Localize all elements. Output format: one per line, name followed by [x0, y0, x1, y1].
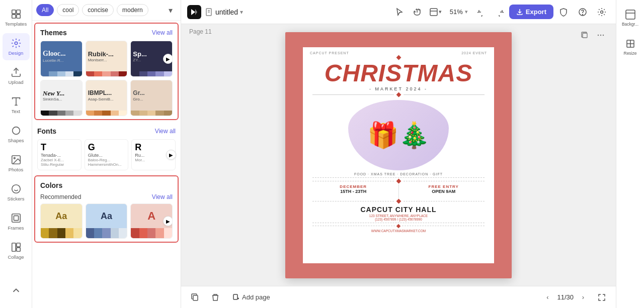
canvas-address: 123 STREET, ANYWHERE, ANYPLACE — [369, 214, 428, 218]
filter-tab-modern[interactable]: modern — [117, 4, 148, 16]
svg-rect-1 — [16, 10, 20, 14]
next-page-btn[interactable]: › — [577, 291, 590, 304]
canvas-inner: CAPCUT PRESENT 2024 EVENT CHRISTMAS - MA… — [303, 47, 494, 263]
colors-header: Colors — [40, 181, 173, 189]
zoom-chevron-icon: ▾ — [465, 9, 468, 15]
sidebar-item-design[interactable]: Design — [3, 33, 30, 60]
settings-icon-btn[interactable] — [594, 4, 610, 20]
export-btn[interactable]: Export — [509, 5, 553, 19]
main-area: untitled ▾ ▾ 51% — [181, 0, 616, 308]
prev-page-btn[interactable]: ‹ — [541, 291, 554, 304]
panel-content: Themes View all Glooc... Lucette-R... — [32, 21, 181, 308]
svg-point-27 — [601, 11, 603, 13]
sidebar-item-stickers[interactable]: Stickers — [3, 179, 30, 206]
svg-rect-33 — [233, 294, 237, 299]
theme-card-ibm[interactable]: IBMPL... Asap-SemiB... — [86, 80, 128, 116]
svg-point-8 — [12, 127, 20, 135]
theme-card-glooc[interactable]: Glooc... Lucette-R... — [40, 41, 83, 77]
app-logo[interactable] — [187, 5, 201, 19]
svg-point-10 — [14, 157, 15, 159]
sidebar-item-templates[interactable]: Templates — [3, 4, 30, 31]
colors-sub-header: Recommended View all — [40, 193, 173, 200]
fonts-viewall[interactable]: View all — [155, 128, 176, 135]
canvas-container: Page 11 CAPCUT PRESENT 2024 E — [181, 24, 616, 286]
copy-btn[interactable] — [187, 289, 203, 305]
svg-rect-36 — [626, 10, 635, 19]
design-canvas[interactable]: CAPCUT PRESENT 2024 EVENT CHRISTMAS - MA… — [285, 32, 512, 278]
canvas-tags: FOOD · XMAS TREE · DECORATION · GIFT — [354, 172, 443, 176]
font-card-tenada[interactable]: T Tenada-... Zacbel X-E... Stilu-Regular — [37, 139, 82, 170]
zoom-value: 51% — [450, 8, 463, 16]
themes-title: Themes — [40, 29, 67, 37]
theme-card-rubik[interactable]: Rubik-... Montserr... — [86, 41, 128, 77]
add-page-btn[interactable]: Add page — [227, 291, 275, 303]
page-more-btn[interactable] — [594, 28, 608, 42]
colors-section: Colors Recommended View all Aa — [34, 175, 179, 243]
top-bar: untitled ▾ ▾ 51% — [181, 0, 616, 24]
bottom-bar: Add page ‹ 11/30 › — [181, 286, 616, 308]
color-card-warm[interactable]: Aa — [40, 203, 83, 239]
svg-point-31 — [603, 35, 604, 36]
colors-grid: Aa Aa — [40, 203, 173, 239]
shield-icon-btn[interactable] — [555, 4, 572, 20]
view-options-btn[interactable]: ▾ — [428, 4, 444, 20]
font-card-ru[interactable]: R Ru... Mor... ▶ — [131, 139, 176, 170]
filter-tab-all[interactable]: All — [36, 4, 54, 16]
page-copy-btn[interactable] — [578, 28, 592, 42]
export-icon — [516, 9, 523, 16]
fit-page-btn[interactable] — [594, 289, 610, 305]
undo-btn[interactable] — [474, 4, 490, 20]
colors-next-btn[interactable]: ▶ — [163, 216, 173, 226]
svg-rect-32 — [193, 295, 198, 300]
themes-grid: Glooc... Lucette-R... Rubik-... Monts — [40, 41, 173, 116]
canvas-venue: CAPCUT CITY HALL — [360, 206, 436, 214]
canvas-phone: (123) 4567899 / (123) 45678990 — [375, 218, 422, 221]
left-sidebar: Templates Design Upload Text Shapes — [0, 0, 32, 308]
zoom-control[interactable]: 51% ▾ — [446, 6, 472, 18]
svg-point-26 — [583, 14, 583, 15]
sidebar-item-upload[interactable]: Upload — [3, 62, 30, 89]
svg-rect-2 — [12, 15, 15, 18]
sidebar-item-shapes[interactable]: Shapes — [3, 121, 30, 148]
fonts-title: Fonts — [37, 127, 56, 135]
color-card-cool[interactable]: Aa — [86, 203, 128, 239]
sidebar-item-text[interactable]: Text — [3, 91, 30, 119]
theme-card-gr[interactable]: Gr... Gro... — [130, 80, 173, 116]
right-sidebar-background[interactable]: Backgr... — [618, 4, 642, 31]
theme-card-newy[interactable]: New Y... SinkinSa... — [40, 80, 83, 116]
svg-point-4 — [15, 42, 18, 45]
sidebar-item-photos[interactable]: Photos — [3, 150, 30, 177]
sidebar-item-collage[interactable]: Collage — [3, 237, 30, 264]
colors-viewall[interactable]: View all — [152, 193, 173, 200]
fonts-header: Fonts View all — [37, 127, 176, 135]
canvas-website: WWW.CAPCUTXMASMARKET.COM — [371, 229, 426, 233]
fonts-next-btn[interactable]: ▶ — [166, 150, 176, 160]
help-icon-btn[interactable] — [575, 4, 591, 20]
sidebar-item-frames[interactable]: Frames — [3, 208, 30, 235]
themes-viewall[interactable]: View all — [152, 29, 173, 36]
filter-tabs: All cool concise modern ▾ — [32, 0, 181, 21]
theme-card-sp[interactable]: Sp... ZY... ▶ — [130, 41, 173, 77]
color-card-red[interactable]: A ▶ — [130, 203, 173, 239]
filter-tab-cool[interactable]: cool — [57, 4, 79, 16]
right-sidebar-resize[interactable]: Resize — [618, 33, 642, 60]
svg-point-30 — [600, 35, 601, 36]
pointer-tool-btn[interactable] — [391, 4, 408, 20]
themes-next-btn[interactable]: ▶ — [163, 54, 173, 64]
fonts-grid: T Tenada-... Zacbel X-E... Stilu-Regular… — [37, 139, 176, 170]
filter-more-btn[interactable]: ▾ — [165, 4, 177, 16]
canvas-event-year: 2024 EVENT — [461, 51, 487, 55]
canvas-main-title: CHRISTMAS — [325, 61, 472, 85]
panel-sidebar: All cool concise modern ▾ Themes View al… — [32, 0, 181, 308]
top-bar-extra-icons — [555, 4, 610, 20]
document-title[interactable]: untitled ▾ — [205, 8, 243, 16]
delete-btn[interactable] — [207, 289, 223, 305]
svg-rect-15 — [14, 216, 18, 220]
svg-rect-18 — [16, 248, 20, 251]
sidebar-collapse-btn[interactable] — [3, 277, 30, 304]
hand-tool-btn[interactable] — [410, 4, 426, 20]
canvas-illustration: 🎁🎄 — [348, 100, 449, 170]
filter-tab-concise[interactable]: concise — [82, 4, 114, 16]
redo-btn[interactable] — [491, 4, 507, 20]
font-card-glute[interactable]: G Glute... Baloo-Reg... HammersmithOn... — [85, 139, 129, 170]
